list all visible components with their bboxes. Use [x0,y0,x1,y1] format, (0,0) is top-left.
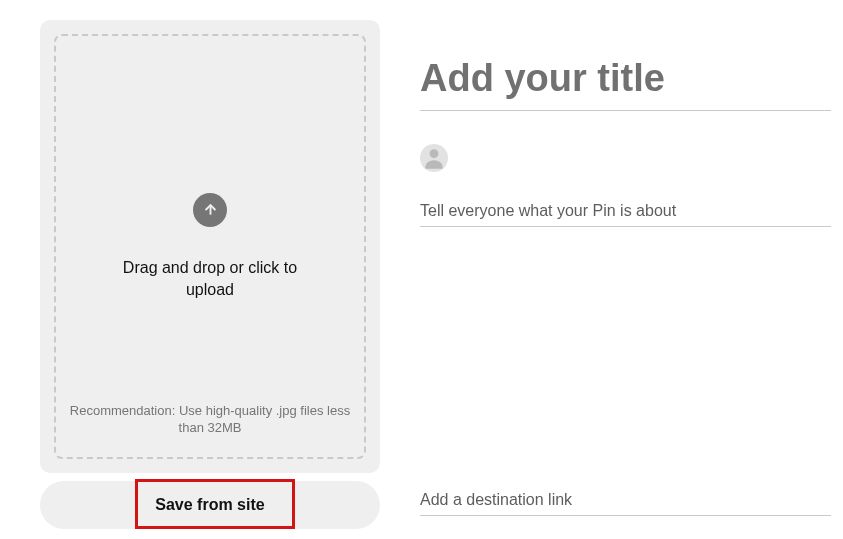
title-input[interactable] [420,53,831,111]
svg-point-0 [430,149,439,158]
upload-hint: Recommendation: Use high-quality .jpg fi… [68,402,352,437]
save-from-site-button[interactable]: Save from site [40,481,380,529]
description-input[interactable] [420,196,831,227]
upload-dropzone[interactable]: Drag and drop or click to upload Recomme… [54,34,366,459]
upload-prompt: Drag and drop or click to upload [115,257,305,300]
upload-card: Drag and drop or click to upload Recomme… [40,20,380,473]
upload-icon [193,193,227,227]
destination-link-input[interactable] [420,485,831,516]
avatar [420,144,448,172]
